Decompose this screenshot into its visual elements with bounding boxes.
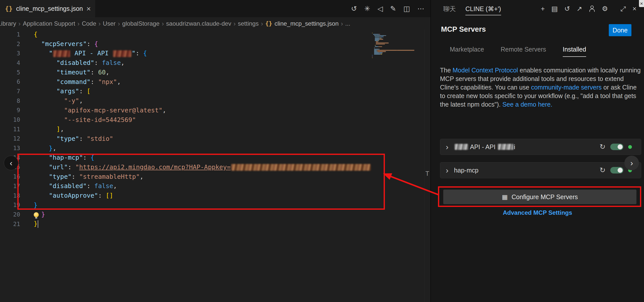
code-line[interactable]: 9 "apifox-mcp-server@latest", <box>0 106 430 115</box>
status-dot <box>628 145 632 149</box>
link[interactable]: Model Context Protocol <box>453 67 518 74</box>
line-number: 7 <box>0 88 20 95</box>
split-editor-icon[interactable]: ◫ <box>404 5 410 13</box>
tab-installed[interactable]: Installed <box>563 46 586 57</box>
chevron-right-icon[interactable]: › <box>446 166 449 174</box>
chevron-right-icon: › <box>99 20 101 27</box>
line-number: 6 <box>0 78 20 85</box>
code-line-content: "disabled": false, <box>20 59 125 66</box>
refresh-icon[interactable]: ↻ <box>600 143 606 150</box>
line-number: 3 <box>0 50 20 57</box>
breadcrumb: Library›Application Support›Code›User›gl… <box>0 18 430 30</box>
code-line[interactable]: 6 "command": "npx", <box>0 77 430 87</box>
chevron-right-icon[interactable]: › <box>446 143 449 151</box>
line-number: 19 <box>0 202 20 208</box>
close-icon[interactable]: × <box>632 6 636 12</box>
code-line[interactable]: 3 " API - API ": { <box>0 49 430 58</box>
edit-icon[interactable]: ✎ <box>390 5 396 13</box>
annotation-arrow <box>370 163 445 201</box>
lightbulb-icon[interactable] <box>34 212 39 217</box>
breadcrumb-file[interactable]: {}cline_mcp_settings.json <box>265 20 339 27</box>
tab-title: cline_mcp_settings.json <box>16 5 83 12</box>
link[interactable]: community-made servers <box>531 84 602 91</box>
breadcrumb-item[interactable]: saoudrizwan.claude-dev <box>166 20 231 27</box>
nav-next-button[interactable]: › <box>624 156 639 170</box>
code-line[interactable]: 7 "args": [ <box>0 87 430 96</box>
expand-icon[interactable]: ⤢ <box>621 6 626 12</box>
editor-tabbar: {} cline_mcp_settings.json × ↺✳◁✎◫⋯ <box>0 0 430 18</box>
tab-marketplace[interactable]: Marketplace <box>450 46 484 57</box>
open-in-editor-icon[interactable]: ↗ <box>577 6 582 12</box>
more-actions-icon[interactable]: ⋯ <box>417 5 424 13</box>
new-task-icon[interactable]: + <box>541 6 545 12</box>
server-toggle[interactable] <box>610 144 623 150</box>
timeline-icon[interactable]: ↺ <box>351 5 357 13</box>
line-number: 9 <box>0 107 20 113</box>
code-line[interactable]: 5 "timeout": 60, <box>0 68 430 77</box>
breadcrumb-overflow[interactable]: ... <box>345 20 350 27</box>
link[interactable]: See a demo here. <box>502 101 552 108</box>
breadcrumb-item[interactable]: Library <box>0 20 16 27</box>
breadcrumb-item[interactable]: Code <box>82 20 96 27</box>
code-line-content: "apifox-mcp-server@latest", <box>20 107 166 114</box>
nav-previous-button[interactable]: ‹ <box>4 156 18 170</box>
code-line[interactable]: 2 "mcpServers": { <box>0 39 430 49</box>
line-number: 11 <box>0 126 20 133</box>
line-number: 13 <box>0 145 20 151</box>
tab-remote-servers[interactable]: Remote Servers <box>501 46 546 57</box>
server-row-hap-mcp[interactable]: › hap-mcp ↻ <box>440 162 641 178</box>
minimap[interactable] <box>372 33 423 59</box>
editor-tab[interactable]: {} cline_mcp_settings.json × <box>0 0 96 17</box>
refresh-icon[interactable]: ↻ <box>600 167 606 174</box>
line-number: 8 <box>0 98 20 104</box>
redacted-text <box>53 50 70 57</box>
tab-cline[interactable]: CLINE (⌘+') <box>465 5 501 13</box>
json-icon: {} <box>265 20 272 27</box>
description-text: The <box>440 67 453 74</box>
breadcrumb-item[interactable]: globalStorage <box>122 20 159 27</box>
breadcrumb-item[interactable]: Application Support <box>23 20 75 27</box>
account-icon[interactable] <box>589 6 595 12</box>
breadcrumb-item[interactable]: User <box>103 20 116 27</box>
code-line-content: } <box>20 211 45 218</box>
chevron-right-icon: › <box>162 20 164 27</box>
text-cursor <box>38 220 38 228</box>
code-line-content: "command": "npx", <box>20 78 121 85</box>
code-line[interactable]: 4 "disabled": false, <box>0 58 430 68</box>
code-line[interactable]: 10 "--site-id=5442569" <box>0 115 430 124</box>
line-number: 5 <box>0 69 20 76</box>
mcp-servers-icon[interactable]: ▤ <box>551 6 558 12</box>
advanced-mcp-settings-link[interactable]: Advanced MCP Settings <box>431 209 644 216</box>
server-row-api[interactable]: › API - API i ↻ <box>440 139 641 155</box>
server-name: hap-mcp <box>454 167 478 174</box>
annotation-rect-code <box>17 154 385 210</box>
code-line[interactable]: 20} <box>0 210 430 219</box>
overlay-close-button[interactable]: × <box>639 0 644 7</box>
send-icon[interactable]: ◁ <box>378 5 383 13</box>
code-line-content: } <box>20 220 38 228</box>
code-line-content: "args": [ <box>20 88 91 95</box>
line-number: 1 <box>0 31 20 38</box>
code-line-content: { <box>20 31 37 38</box>
openai-icon[interactable]: ✳ <box>364 5 370 13</box>
code-line[interactable]: 11 ], <box>0 124 430 134</box>
settings-icon[interactable]: ⚙ <box>602 6 608 12</box>
chevron-right-icon: › <box>233 20 235 27</box>
line-number: 18 <box>0 192 20 199</box>
server-name-text: API - API <box>469 143 497 151</box>
vscode-window: {} cline_mcp_settings.json × ↺✳◁✎◫⋯ Libr… <box>0 0 644 302</box>
done-button[interactable]: Done <box>609 24 631 36</box>
redacted-text <box>113 50 131 57</box>
code-line[interactable]: 21} <box>0 219 430 229</box>
close-tab-icon[interactable]: × <box>87 5 91 13</box>
server-name-text: i <box>514 143 515 151</box>
code-line[interactable]: 12 "type": "stdio" <box>0 134 430 144</box>
history-icon[interactable]: ↺ <box>564 6 570 12</box>
tab-chat[interactable]: 聊天 <box>443 5 456 13</box>
breadcrumb-item[interactable]: settings <box>238 20 259 27</box>
code-line[interactable]: 1{ <box>0 30 430 39</box>
code-line[interactable]: 13 }, <box>0 143 430 153</box>
code-line[interactable]: 8 "-y", <box>0 96 430 106</box>
chevron-right-icon: › <box>18 20 20 27</box>
server-toggle[interactable] <box>610 167 623 174</box>
